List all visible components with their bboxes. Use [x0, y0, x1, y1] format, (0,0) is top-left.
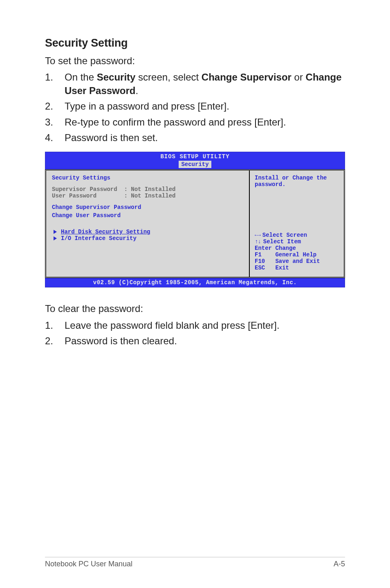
list-item: 3.Re-type to confirm the password and pr…: [45, 116, 345, 129]
step-text: Password is then cleared.: [65, 335, 177, 346]
step-bold: Change Supervisor: [202, 72, 291, 83]
bios-kv-row: Supervisor Password : Not Installed: [52, 186, 243, 193]
list-item: 2.Password is then cleared.: [45, 334, 345, 348]
bios-left-panel: Security Settings Supervisor Password : …: [46, 171, 250, 277]
bios-io-interface-security[interactable]: I/O Interface Security: [52, 235, 243, 242]
step-number: 2.: [45, 100, 65, 113]
step-number: 3.: [45, 116, 65, 129]
step-text: Type in a password and press [Enter].: [65, 101, 229, 112]
set-password-steps: 1.On the Security screen, select Change …: [45, 71, 345, 144]
bios-body: Security Settings Supervisor Password : …: [45, 169, 345, 278]
bios-help-text: Install or Change the password.: [255, 175, 340, 188]
footer-right: A-5: [334, 560, 345, 568]
bios-right-panel: Install or Change the password. Select S…: [250, 171, 344, 277]
clear-password-steps: 1.Leave the password field blank and pre…: [45, 319, 345, 348]
bios-change-supervisor[interactable]: Change Supervisor Password: [52, 204, 243, 211]
list-item: 1.On the Security screen, select Change …: [45, 71, 345, 97]
step-text: or: [291, 72, 306, 83]
step-text: Password is then set.: [65, 132, 158, 143]
bios-key-help: Select ScreenSelect ItemEnter ChangeF1 G…: [255, 232, 340, 271]
page-footer: Notebook PC User Manual A-5: [45, 557, 345, 568]
bios-hard-disk-security[interactable]: Hard Disk Security Setting: [52, 229, 243, 235]
list-item: 4.Password is then set.: [45, 131, 345, 144]
step-number: 2.: [45, 334, 65, 348]
list-item: 1.Leave the password field blank and pre…: [45, 319, 345, 332]
step-bold: Security: [97, 72, 136, 83]
step-number: 1.: [45, 71, 65, 84]
bios-kv-row: User Password : Not Installed: [52, 193, 243, 199]
section-heading: Security Setting: [45, 37, 345, 49]
intro2-text: To clear the password:: [45, 302, 345, 315]
step-text: .: [135, 85, 138, 96]
step-number: 1.: [45, 319, 65, 332]
bios-tab-row: Security: [45, 160, 345, 169]
bios-screenshot: BIOS SETUP UTILITY Security Security Set…: [45, 152, 345, 287]
step-number: 4.: [45, 131, 65, 144]
intro-text: To set the password:: [45, 54, 345, 67]
step-text: Re-type to confirm the password and pres…: [65, 117, 286, 128]
bios-section-title: Security Settings: [52, 175, 243, 181]
step-text: screen, select: [135, 72, 201, 83]
bios-tab-security[interactable]: Security: [179, 161, 211, 168]
bios-footer: v02.59 (C)Copyright 1985-2005, American …: [45, 278, 345, 287]
list-item: 2.Type in a password and press [Enter].: [45, 100, 345, 113]
bios-title: BIOS SETUP UTILITY: [45, 152, 345, 160]
step-text: Leave the password field blank and press…: [65, 320, 280, 331]
bios-change-user[interactable]: Change User Password: [52, 212, 243, 219]
step-text: On the: [65, 72, 97, 83]
footer-left: Notebook PC User Manual: [45, 560, 132, 568]
